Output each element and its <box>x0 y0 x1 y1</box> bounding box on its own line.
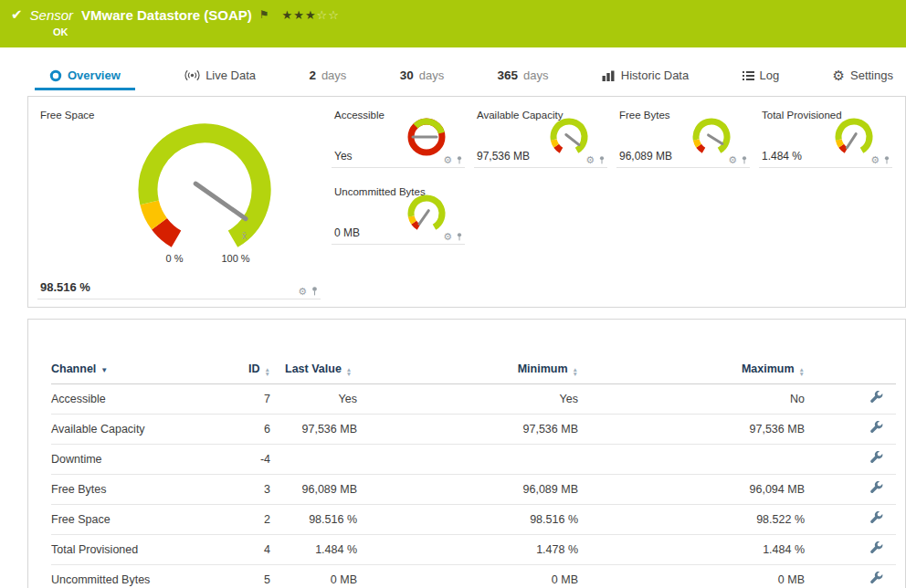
gauge-title: Free Space <box>40 110 94 121</box>
table-row-downtime[interactable]: Downtime -4 <box>51 445 896 475</box>
tab-overview-label: Overview <box>68 68 121 82</box>
flag-icon[interactable]: ⚑ <box>259 8 269 21</box>
tab-log[interactable]: Log <box>739 68 784 90</box>
channel-name[interactable]: Accessible <box>51 393 234 405</box>
ok-check-icon: ✔ <box>11 6 23 23</box>
tab-live-data[interactable]: Live Data <box>181 68 259 90</box>
gauge-settings-gear-icon[interactable]: ⚙ <box>298 287 307 297</box>
channel-name[interactable]: Available Capacity <box>51 423 234 436</box>
gauge-pin-icon[interactable] <box>311 286 319 297</box>
column-header-minimum[interactable]: Minimum▲▼ <box>357 362 578 376</box>
channel-last-value: 1.484 % <box>270 543 357 556</box>
gauge-value: Yes <box>334 150 353 163</box>
gauge-free-space[interactable]: Free Space x̄ 0 % 100 % 98.516 % ⚙ <box>37 106 321 299</box>
channel-minimum: 98.516 % <box>357 513 578 526</box>
tab-365-days[interactable]: 365 days <box>493 68 552 90</box>
gauge-settings-gear-icon[interactable]: ⚙ <box>870 155 880 165</box>
stars-empty[interactable]: ☆☆ <box>317 8 340 22</box>
column-header-last-value[interactable]: Last Value▲▼ <box>270 362 357 376</box>
channel-maximum: No <box>578 393 805 405</box>
gauge-settings-gear-icon[interactable]: ⚙ <box>728 155 737 165</box>
gauge-accessible[interactable]: Accessible Yes ⚙ <box>332 106 465 168</box>
tab-2-days-number: 2 <box>309 68 316 82</box>
table-row-free-bytes[interactable]: Free Bytes 3 96,089 MB 96,089 MB 96,094 … <box>51 475 896 505</box>
gauge-total-provisioned[interactable]: Total Provisioned 1.484 % ⚙ <box>759 106 892 168</box>
channel-minimum: 97,536 MB <box>357 423 578 436</box>
channel-last-value: 97,536 MB <box>270 423 357 436</box>
tab-settings[interactable]: ⚙ Settings <box>829 68 897 90</box>
settings-gear-icon: ⚙ <box>833 68 845 82</box>
gauge-settings-gear-icon[interactable]: ⚙ <box>443 155 452 165</box>
wrench-icon[interactable] <box>869 511 883 525</box>
tab-live-data-label: Live Data <box>205 68 256 82</box>
gauges-panel: Free Space x̄ 0 % 100 % 98.516 % ⚙ Acces… <box>27 96 906 308</box>
gauge-pin-icon[interactable] <box>883 155 890 165</box>
sensor-title: VMware Datastore (SOAP) <box>81 7 252 23</box>
channel-last-value: 0 MB <box>270 573 357 586</box>
gauge-settings-gear-icon[interactable]: ⚙ <box>443 232 452 242</box>
channel-name[interactable]: Total Provisioned <box>51 543 234 556</box>
channel-id: 7 <box>234 393 270 405</box>
column-header-id[interactable]: ID▲▼ <box>234 362 270 376</box>
wrench-icon[interactable] <box>869 451 883 465</box>
table-row-available-capacity[interactable]: Available Capacity 6 97,536 MB 97,536 MB… <box>51 415 896 445</box>
gauge-uncommitted-bytes[interactable]: Uncommitted Bytes 0 MB ⚙ <box>332 183 465 245</box>
gauge-value: 1.484 % <box>762 150 802 163</box>
average-marker: x̄ <box>242 231 247 241</box>
channel-id: 2 <box>234 513 270 526</box>
wrench-icon[interactable] <box>869 572 883 585</box>
gauge-available-capacity[interactable]: Available Capacity 97,536 MB ⚙ <box>474 106 607 168</box>
wrench-icon[interactable] <box>869 391 883 404</box>
priority-stars[interactable]: ★★★☆☆ <box>282 8 340 22</box>
gauge-max-label: 100 % <box>221 253 249 264</box>
stars-filled[interactable]: ★★★ <box>282 8 317 22</box>
channel-minimum: Yes <box>357 393 578 405</box>
gauge-pin-icon[interactable] <box>456 232 463 242</box>
gauge-title: Accessible <box>334 110 385 121</box>
gauge-pin-icon[interactable] <box>598 155 606 165</box>
gauge-value: 96,089 MB <box>619 150 672 163</box>
wrench-icon[interactable] <box>869 421 883 435</box>
column-header-maximum[interactable]: Maximum▲▼ <box>578 362 805 376</box>
channel-name[interactable]: Free Bytes <box>51 483 234 496</box>
table-row-free-space[interactable]: Free Space 2 98.516 % 98.516 % 98.522 % <box>51 505 896 535</box>
channels-table-panel: Channel▼ ID▲▼ Last Value▲▼ Minimum▲▼ Max… <box>27 319 906 588</box>
tab-2-days[interactable]: 2 days <box>305 68 350 90</box>
tab-historic-data-label: Historic Data <box>621 68 689 82</box>
channel-maximum: 96,094 MB <box>578 483 805 496</box>
channel-minimum: 0 MB <box>357 573 578 586</box>
channel-name[interactable]: Downtime <box>51 453 234 466</box>
tab-30-days-number: 30 <box>400 68 414 82</box>
overview-donut-icon <box>49 69 62 82</box>
sort-desc-icon[interactable]: ▼ <box>100 366 108 374</box>
live-data-icon <box>184 69 200 81</box>
channel-name[interactable]: Free Space <box>51 513 234 526</box>
gauge-pin-icon[interactable] <box>741 155 748 165</box>
wrench-icon[interactable] <box>869 481 883 495</box>
tab-2-days-unit: days <box>321 68 346 82</box>
sort-icon[interactable]: ▲▼ <box>799 367 805 376</box>
tab-overview[interactable]: Overview <box>35 68 135 90</box>
table-row-total-provisioned[interactable]: Total Provisioned 4 1.484 % 1.478 % 1.48… <box>51 535 896 565</box>
channel-id: 6 <box>234 423 270 436</box>
tab-historic-data[interactable]: Historic Data <box>598 68 692 90</box>
channel-maximum: 1.484 % <box>578 543 805 556</box>
channel-last-value: 96,089 MB <box>270 483 357 496</box>
sort-icon[interactable]: ▲▼ <box>346 367 352 376</box>
gauge-needle <box>709 135 722 144</box>
tab-30-days[interactable]: 30 days <box>396 68 448 90</box>
channel-name[interactable]: Uncommitted Bytes <box>51 573 234 586</box>
sensor-header: ✔ Sensor VMware Datastore (SOAP) ⚑ ★★★☆☆… <box>0 0 906 47</box>
table-row-uncommitted-bytes[interactable]: Uncommitted Bytes 5 0 MB 0 MB 0 MB <box>51 565 896 588</box>
gauge-title: Free Bytes <box>619 110 670 121</box>
channel-minimum: 96,089 MB <box>357 483 578 496</box>
channel-id: 3 <box>234 483 270 496</box>
gauge-pin-icon[interactable] <box>456 155 463 165</box>
column-header-channel[interactable]: Channel▼ <box>51 362 234 375</box>
table-row-accessible[interactable]: Accessible 7 Yes Yes No <box>51 384 896 415</box>
gauge-settings-gear-icon[interactable]: ⚙ <box>585 155 595 165</box>
gauge-value: 97,536 MB <box>477 150 530 163</box>
gauge-free-bytes[interactable]: Free Bytes 96,089 MB ⚙ <box>616 106 750 168</box>
tab-log-label: Log <box>760 68 780 82</box>
wrench-icon[interactable] <box>869 541 883 555</box>
